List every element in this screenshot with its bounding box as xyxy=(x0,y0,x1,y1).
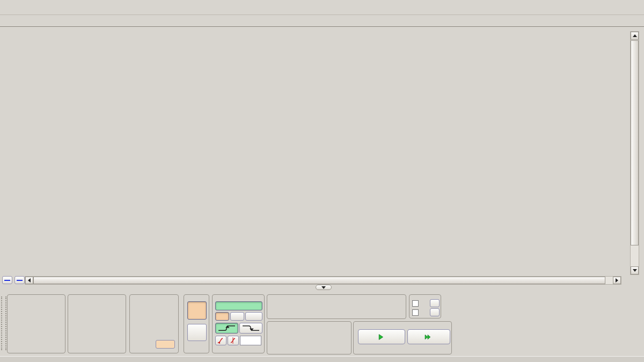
scope-plot[interactable] xyxy=(0,27,644,292)
left-arrow-icon xyxy=(28,278,31,283)
filter-b-more-button[interactable] xyxy=(430,308,440,316)
channel-a-panel xyxy=(7,294,65,353)
scroll-up-button[interactable] xyxy=(631,32,639,40)
sync-enabled-button[interactable] xyxy=(215,301,262,310)
scroll-right-button[interactable] xyxy=(613,277,621,284)
sync-source-b-button[interactable] xyxy=(230,312,244,321)
toggle-a-marker-button[interactable] xyxy=(14,276,25,284)
level-trigger-icon xyxy=(229,337,238,344)
vertical-scroll-thumb[interactable] xyxy=(631,40,639,245)
toggle-b-marker-button[interactable] xyxy=(2,276,12,284)
collapse-arrow-icon xyxy=(321,286,326,289)
buffer-button[interactable] xyxy=(156,340,175,349)
trigger-mode-level-button[interactable] xyxy=(228,336,239,345)
horizontal-scroll-thumb[interactable] xyxy=(33,277,605,284)
auto-trigger-icon xyxy=(217,337,225,344)
tab-bar xyxy=(0,15,644,27)
vertical-scrollbar[interactable] xyxy=(630,31,639,275)
b-marker-dash-icon xyxy=(4,280,10,281)
scope-area xyxy=(0,27,644,292)
sync-rising-edge-button[interactable] xyxy=(215,323,238,334)
filter-panel xyxy=(409,294,441,318)
sync-falling-edge-button[interactable] xyxy=(239,323,262,334)
falling-edge-icon xyxy=(241,324,261,332)
sync-panel xyxy=(212,294,265,353)
marker-params-panel xyxy=(267,294,406,319)
common-params-panel xyxy=(267,321,352,354)
time-base-panel xyxy=(129,294,179,353)
run-control-panel xyxy=(353,321,452,354)
view-t-button[interactable] xyxy=(187,301,207,320)
status-bar xyxy=(0,356,644,362)
oscilloscope-app: { "palette":{"purple":"#9231a8","green":… xyxy=(0,0,644,362)
single-run-button[interactable] xyxy=(358,329,405,344)
trigger-level-input[interactable] xyxy=(240,336,261,345)
down-arrow-icon xyxy=(633,269,637,272)
filter-b-checkbox[interactable] xyxy=(412,309,419,316)
rising-edge-icon xyxy=(217,324,237,332)
cycle-run-button[interactable] xyxy=(407,329,450,344)
trigger-mode-auto-button[interactable] xyxy=(215,336,226,345)
right-arrow-icon xyxy=(616,278,618,283)
scroll-left-button[interactable] xyxy=(25,277,33,284)
play-loop-icon xyxy=(424,334,431,341)
filter-a-more-button[interactable] xyxy=(430,299,440,307)
toolbar xyxy=(0,0,644,15)
sync-source-a-button[interactable] xyxy=(215,312,229,321)
view-xy-button[interactable] xyxy=(187,324,207,341)
channel-b-panel xyxy=(68,294,126,353)
scroll-down-button[interactable] xyxy=(631,266,639,274)
a-marker-dash-icon xyxy=(17,280,23,281)
sync-source-ext-button[interactable] xyxy=(245,312,262,321)
collapse-panel-button[interactable] xyxy=(316,285,332,290)
filter-a-checkbox[interactable] xyxy=(412,300,419,307)
panel-gripper[interactable] xyxy=(1,296,6,350)
up-arrow-icon xyxy=(633,34,637,37)
view-panel xyxy=(184,294,209,353)
control-panel xyxy=(0,292,644,356)
horizontal-scrollbar[interactable] xyxy=(25,276,621,285)
play-icon xyxy=(377,334,384,341)
